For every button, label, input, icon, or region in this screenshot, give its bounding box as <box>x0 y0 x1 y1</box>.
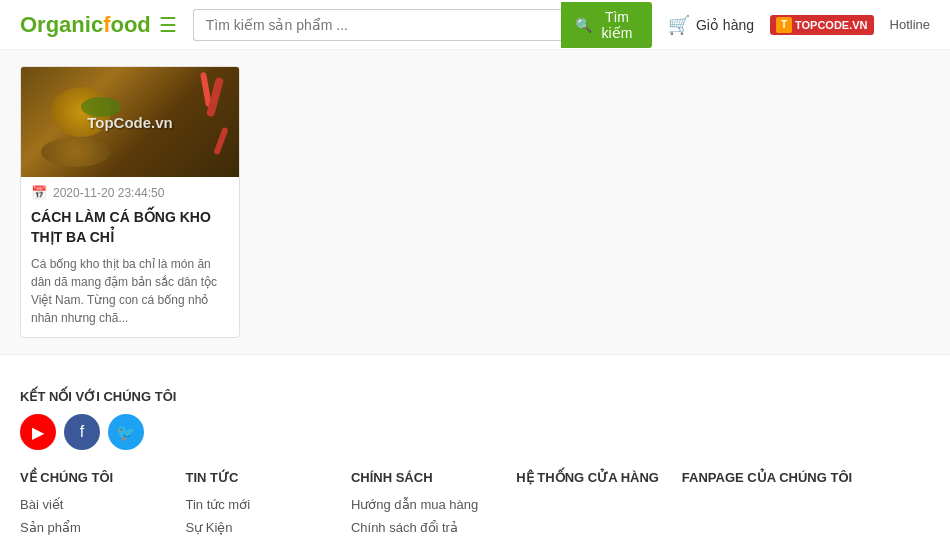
chili-decoration <box>200 72 212 108</box>
footer-link-sanpham[interactable]: Sản phẩm <box>20 520 185 535</box>
search-icon: 🔍 <box>575 17 592 33</box>
social-section: KẾT NỐI VỚI CHÚNG TÔI ▶ f 🐦 <box>20 379 930 470</box>
article-title: CÁCH LÀM CÁ BỐNG KHO THỊT BA CHỈ <box>21 206 239 255</box>
article-date: 2020-11-20 23:44:50 <box>53 186 164 200</box>
footer-col-about: VỀ CHÚNG TÔI Bài viết Sản phẩm Đăng ký Đ… <box>20 470 185 537</box>
cart-area[interactable]: 🛒 Giỏ hàng <box>668 14 754 36</box>
search-button-label: Tìm kiếm <box>596 9 638 41</box>
article-card[interactable]: TopCode.vn 📅 2020-11-20 23:44:50 CÁCH LÀ… <box>20 66 240 338</box>
article-thumbnail: TopCode.vn <box>21 67 239 177</box>
footer-col-policy: CHÍNH SÁCH Hướng dẫn mua hàng Chính sách… <box>351 470 516 537</box>
menu-icon[interactable]: ☰ <box>159 13 177 37</box>
social-heading: KẾT NỐI VỚI CHÚNG TÔI <box>20 389 930 404</box>
youtube-button[interactable]: ▶ <box>20 414 56 450</box>
footer-about-heading: VỀ CHÚNG TÔI <box>20 470 185 485</box>
main-content: TopCode.vn 📅 2020-11-20 23:44:50 CÁCH LÀ… <box>0 50 950 354</box>
hotline-label: Hotline <box>890 17 930 32</box>
footer-col-news: TIN TỨC Tin tức mới Sự Kiện Tin Xem Nhiề… <box>185 470 350 537</box>
topcode-icon: T <box>776 17 792 33</box>
footer-fanpage-heading: FANPAGE CỦA CHÚNG TÔI <box>682 470 930 485</box>
calendar-icon: 📅 <box>31 185 47 200</box>
cart-icon: 🛒 <box>668 14 690 36</box>
search-area: 🔍 Tìm kiếm <box>193 2 652 48</box>
food-image <box>21 67 239 177</box>
logo[interactable]: Organicfood <box>20 12 151 38</box>
footer-stores-heading: HỆ THỐNG CỬA HÀNG <box>516 470 681 485</box>
header: Organicfood ☰ 🔍 Tìm kiếm 🛒 Giỏ hàng T TO… <box>0 0 950 50</box>
footer-col-stores: HỆ THỐNG CỬA HÀNG <box>516 470 681 537</box>
hotline-area: Hotline <box>890 17 930 32</box>
footer-link-chinhsach[interactable]: Chính sách đổi trả <box>351 520 516 535</box>
search-input[interactable] <box>193 9 561 41</box>
footer-news-heading: TIN TỨC <box>185 470 350 485</box>
facebook-button[interactable]: f <box>64 414 100 450</box>
footer-link-baiviet[interactable]: Bài viết <box>20 497 185 512</box>
twitter-button[interactable]: 🐦 <box>108 414 144 450</box>
cart-label: Giỏ hàng <box>696 17 754 33</box>
footer-policy-heading: CHÍNH SÁCH <box>351 470 516 485</box>
footer-link-sukien[interactable]: Sự Kiện <box>185 520 350 535</box>
search-button[interactable]: 🔍 Tìm kiếm <box>561 2 652 48</box>
article-excerpt: Cá bống kho thịt ba chỉ là món ăn dân dã… <box>21 255 239 337</box>
footer-col-fanpage: FANPAGE CỦA CHÚNG TÔI <box>682 470 930 537</box>
footer-columns: VỀ CHÚNG TÔI Bài viết Sản phẩm Đăng ký Đ… <box>20 470 930 537</box>
footer-link-huongdan[interactable]: Hướng dẫn mua hàng <box>351 497 516 512</box>
logo-area: Organicfood ☰ <box>20 12 177 38</box>
footer: KẾT NỐI VỚI CHÚNG TÔI ▶ f 🐦 VỀ CHÚNG TÔI… <box>0 354 950 537</box>
article-meta: 📅 2020-11-20 23:44:50 <box>21 177 239 206</box>
header-right: 🛒 Giỏ hàng T TOPCODE.VN Hotline <box>668 14 930 36</box>
footer-link-tinmoi[interactable]: Tin tức mới <box>185 497 350 512</box>
topcode-badge: T TOPCODE.VN <box>770 15 874 35</box>
social-icons: ▶ f 🐦 <box>20 414 930 450</box>
topcode-label: TOPCODE.VN <box>795 19 868 31</box>
